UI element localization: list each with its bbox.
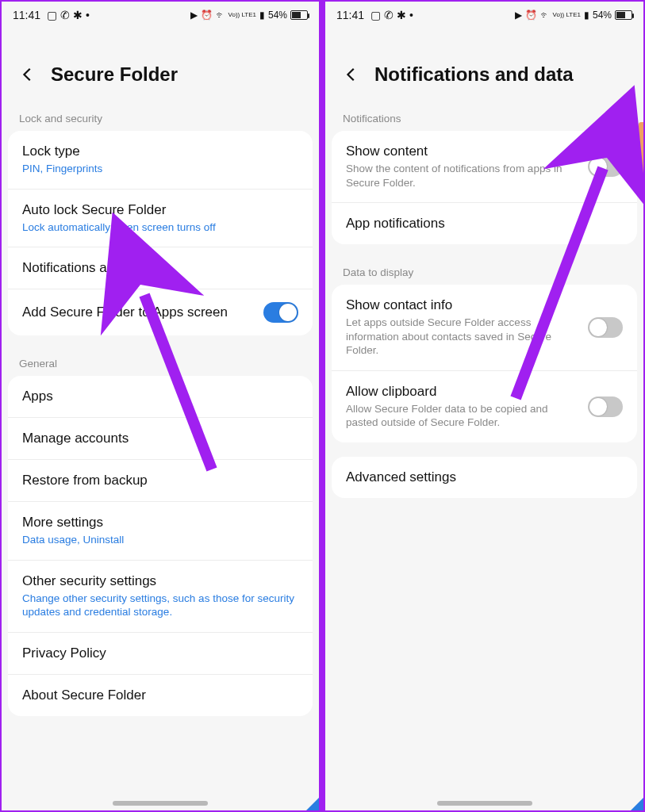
slack-icon: ✱ [73,9,83,21]
alarm-icon: ⏰ [201,10,213,21]
whatsapp-icon: ✆ [384,9,394,21]
row-more-settings[interactable]: More settings Data usage, Uninstall [8,501,313,560]
row-show-contact-info[interactable]: Show contact info Let apps outside Secur… [332,285,637,370]
back-button[interactable] [341,64,362,85]
section-label-general: General [2,350,319,376]
row-advanced-settings[interactable]: Advanced settings [332,457,637,498]
row-title: Lock type [22,144,298,159]
clock: 11:41 [13,9,40,21]
card-lock-security: Lock type PIN, Fingerprints Auto lock Se… [8,131,313,335]
row-auto-lock[interactable]: Auto lock Secure Folder Lock automatical… [8,189,313,247]
signal-icon: ▮ [584,10,589,21]
toggle-show-content[interactable] [588,156,623,177]
row-show-content[interactable]: Show content Show the content of notific… [332,131,637,202]
chevron-left-icon [343,66,360,83]
section-label-notifications: Notifications [325,105,643,131]
wifi-icon: ᯤ [216,10,225,21]
battery-icon [290,10,308,20]
row-notifications-and-data[interactable]: Notifications and data [8,247,313,289]
row-other-security[interactable]: Other security settings Change other sec… [8,560,313,632]
row-restore-backup[interactable]: Restore from backup [8,459,313,501]
chevron-left-icon [19,66,36,83]
card-data-display: Show contact info Let apps outside Secur… [332,285,637,442]
alarm-icon: ⏰ [525,10,537,21]
row-app-notifications[interactable]: App notifications [332,202,637,244]
card-notifications: Show content Show the content of notific… [332,131,637,244]
card-advanced: Advanced settings [332,457,637,498]
image-icon: ▢ [370,9,381,21]
corner-tab-icon [306,798,319,810]
youtube-icon: ▶ [515,10,522,21]
row-sub: PIN, Fingerprints [22,162,298,176]
net-label: Vo)) LTE1 [228,12,256,18]
toggle-add-to-apps[interactable] [263,302,298,323]
page-title: Notifications and data [374,63,574,86]
row-manage-accounts[interactable]: Manage accounts [8,417,313,459]
row-privacy-policy[interactable]: Privacy Policy [8,632,313,674]
clock: 11:41 [336,9,364,21]
header: Notifications and data [325,29,643,105]
row-allow-clipboard[interactable]: Allow clipboard Allow Secure Folder data… [332,370,637,442]
phone-right: 11:41 ▢ ✆ ✱ • ▶ ⏰ ᯤ Vo)) LTE1 ▮ 54% Noti… [322,0,645,812]
battery-text: 54% [593,10,612,21]
wifi-icon: ᯤ [540,10,550,21]
net-label: Vo)) LTE1 [553,12,581,18]
battery-icon [615,10,632,20]
battery-text: 54% [268,10,287,21]
toggle-clipboard[interactable] [588,396,623,417]
row-about[interactable]: About Secure Folder [8,674,313,716]
signal-icon: ▮ [259,10,265,21]
slack-icon: ✱ [397,9,406,21]
section-label-lock-security: Lock and security [2,105,319,131]
status-bar: 11:41 ▢ ✆ ✱ • ▶ ⏰ ᯤ Vo)) LTE1 ▮ 54% [2,2,319,29]
header: Secure Folder [2,29,319,105]
nav-pill[interactable] [437,801,532,806]
card-general: Apps Manage accounts Restore from backup… [8,376,313,716]
whatsapp-icon: ✆ [60,9,70,21]
row-lock-type[interactable]: Lock type PIN, Fingerprints [8,131,313,189]
back-button[interactable] [17,64,38,85]
toggle-contact-info[interactable] [588,317,623,338]
youtube-icon: ▶ [190,10,198,21]
nav-pill[interactable] [113,801,208,806]
corner-tab-icon [631,798,643,810]
section-label-data-display: Data to display [325,259,643,285]
dot-icon: • [409,9,413,21]
edge-panel-handle[interactable] [639,122,643,178]
dot-icon: • [86,9,90,21]
phone-left: 11:41 ▢ ✆ ✱ • ▶ ⏰ ᯤ Vo)) LTE1 ▮ 54% Secu… [0,0,322,812]
image-icon: ▢ [47,9,57,21]
row-apps[interactable]: Apps [8,376,313,417]
status-bar: 11:41 ▢ ✆ ✱ • ▶ ⏰ ᯤ Vo)) LTE1 ▮ 54% [325,2,643,29]
page-title: Secure Folder [51,63,178,86]
row-add-to-apps-screen[interactable]: Add Secure Folder to Apps screen [8,289,313,335]
